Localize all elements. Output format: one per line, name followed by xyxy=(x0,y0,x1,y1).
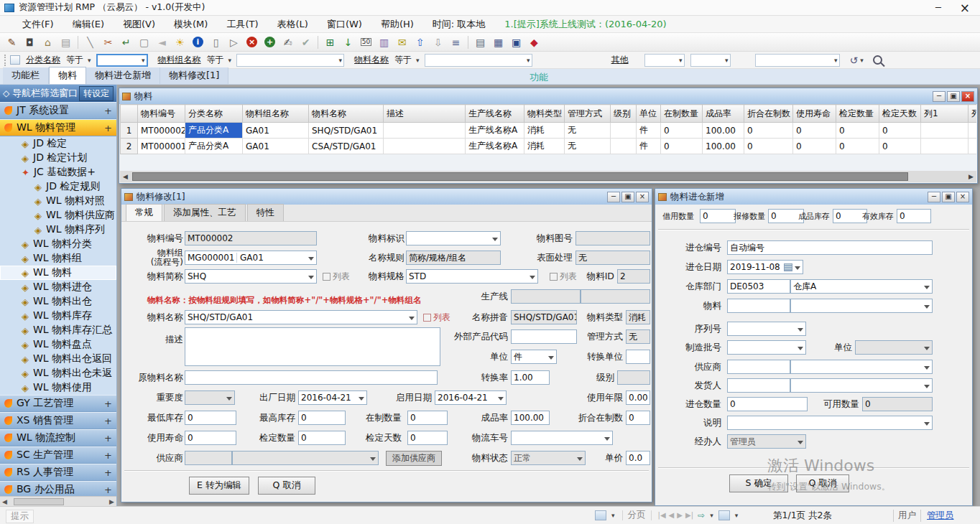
sidebar-item[interactable]: ◈WL 物料出仓 xyxy=(0,294,116,309)
sidebar-item[interactable]: ◈WL 物料出仓未返 xyxy=(0,366,116,380)
stamp-icon[interactable]: ✎ xyxy=(4,34,20,50)
max-stock-field[interactable]: 0 xyxy=(298,411,346,425)
serial-no-combo[interactable] xyxy=(727,322,806,336)
table-cell[interactable]: 消耗 xyxy=(524,123,565,139)
edit-note-icon[interactable]: ▢ xyxy=(136,34,152,50)
table-cell[interactable]: 无 xyxy=(565,123,611,139)
scroll-thumb[interactable] xyxy=(132,172,908,181)
filter-op-label[interactable]: 等于 xyxy=(394,54,412,66)
sidebar-item[interactable]: ◈WL 物料库存汇总 xyxy=(0,323,116,337)
search-icon[interactable] xyxy=(873,55,882,65)
convert-rate-field[interactable]: 1.00 xyxy=(511,370,550,385)
sidebar-item[interactable]: ◈JD 检定规则 xyxy=(0,179,116,194)
sidebar-group[interactable]: RS 人事管理+ xyxy=(0,464,116,481)
scroll-left-icon[interactable]: ◀ xyxy=(0,498,9,505)
table-cell[interactable]: 消耗 xyxy=(524,139,565,154)
import-icon[interactable]: ↓ xyxy=(340,34,356,50)
sidebar-item[interactable]: ◈WL 物料对照 xyxy=(0,194,116,208)
grid-window-titlebar[interactable]: 物料 ─ ▣ × xyxy=(119,88,977,104)
entry-qty-field[interactable]: 0 xyxy=(727,397,808,411)
to-edit-button[interactable]: E 转为编辑 xyxy=(189,477,249,495)
unit-price-field[interactable]: 0.0 xyxy=(626,451,650,465)
return-icon[interactable]: ↵ xyxy=(118,34,134,50)
sidebar-item[interactable]: ◈WL 物料组 xyxy=(0,251,116,266)
table-cell[interactable]: 100.00 xyxy=(703,139,744,154)
table-cell[interactable]: 0 xyxy=(836,123,879,139)
table-cell[interactable] xyxy=(384,139,466,154)
column-header[interactable]: 成品率 xyxy=(703,105,744,123)
mute-icon[interactable]: ◄ xyxy=(154,34,170,50)
minimize-button[interactable]: ─ xyxy=(935,1,941,15)
add-supplier-button[interactable]: 添加供应商 xyxy=(386,451,442,466)
sidebar-item[interactable]: ✦JC 基础数据+ xyxy=(0,165,116,179)
scroll-right-icon[interactable]: ▶ xyxy=(966,173,976,180)
upload-icon[interactable]: ⇧ xyxy=(412,34,428,50)
table-cell[interactable] xyxy=(384,123,466,139)
filter-field-label[interactable]: 分类名称 xyxy=(26,54,60,66)
min-stock-field[interactable]: 0 xyxy=(185,411,236,425)
column-header[interactable] xyxy=(121,105,138,123)
restore-button[interactable]: ▣ xyxy=(942,192,955,202)
check-days-field[interactable]: 0 xyxy=(407,431,448,445)
excel-export-icon[interactable]: ⊞ xyxy=(322,34,338,50)
material-status-combo[interactable]: 正常 xyxy=(511,451,586,465)
filter-op-caret-icon[interactable]: ▾ xyxy=(228,57,232,64)
scroll-left-icon[interactable]: ◀ xyxy=(120,173,131,180)
table-cell[interactable]: CSA/STD/GA01 xyxy=(309,139,384,154)
sidebar-item[interactable]: ◈WL 物料供应商 xyxy=(0,208,116,223)
table-cell[interactable] xyxy=(969,139,977,154)
view-caret-icon[interactable]: ▾ xyxy=(611,512,615,519)
table-cell[interactable]: 产品分类A xyxy=(185,139,243,154)
table-cell[interactable]: MT000001 xyxy=(138,139,185,154)
tab[interactable]: 物料 xyxy=(49,67,86,84)
tab[interactable]: 物料修改[1] xyxy=(160,67,228,84)
row-number-cell[interactable]: 1 xyxy=(121,123,138,139)
sidebar-group[interactable]: XS 销售管理+ xyxy=(0,412,116,429)
menu-item[interactable]: 工具(T) xyxy=(217,18,267,31)
restore-button[interactable]: ▣ xyxy=(621,192,634,202)
table-cell[interactable]: 100.00 xyxy=(703,123,744,139)
dialog-tab[interactable]: 特性 xyxy=(247,204,284,221)
lock-icon[interactable]: ◘ xyxy=(22,34,38,50)
menu-item[interactable]: 文件(F) xyxy=(13,18,63,31)
supplier-name-combo[interactable] xyxy=(232,451,379,465)
table-cell[interactable]: 生产线名称A xyxy=(466,123,524,139)
material-group-combo[interactable]: MG000001 GA01 xyxy=(185,251,317,265)
entry-no-field[interactable]: 自动编号 xyxy=(727,240,933,255)
filter-op-label[interactable]: 等于 xyxy=(66,54,83,66)
refresh-icon[interactable]: ↺ xyxy=(850,55,859,66)
close-button[interactable]: × xyxy=(636,192,649,202)
cancel-button[interactable]: Q 取消 xyxy=(258,477,315,495)
shipper-combo[interactable] xyxy=(790,378,933,393)
sidebar-item[interactable]: ◈WL 物料分类 xyxy=(0,237,116,251)
table-cell[interactable] xyxy=(611,139,637,154)
jump-page-icon[interactable]: ⇨ xyxy=(698,510,705,520)
material-code-field[interactable] xyxy=(727,299,790,313)
column-header[interactable]: 检定数量 xyxy=(836,105,879,123)
description-textarea[interactable] xyxy=(185,327,440,366)
sidebar-item[interactable]: ◈JD 检定 xyxy=(0,136,116,151)
filter-extra-combo[interactable]: ▾ xyxy=(755,54,840,67)
filter-picture-icon[interactable] xyxy=(10,55,20,65)
check-qty-field[interactable]: 0 xyxy=(298,431,346,445)
lifespan-field[interactable]: 0 xyxy=(185,431,236,445)
close-button[interactable]: × xyxy=(961,91,974,102)
sidebar-item[interactable]: ◈JD 检定计划 xyxy=(0,151,116,165)
column-header[interactable]: 列2 xyxy=(969,105,977,123)
sidebar-item[interactable]: ◈WL 物料使用 xyxy=(0,380,116,395)
column-header[interactable]: 物料名称 xyxy=(309,105,384,123)
filter-other-label[interactable]: 其他 xyxy=(611,54,629,66)
sidebar-group[interactable]: JT 系统设置+ xyxy=(0,102,116,119)
scroll-right-icon[interactable]: ▶ xyxy=(107,498,116,505)
column-header[interactable]: 物料组名称 xyxy=(243,105,309,123)
bulb-icon[interactable]: ☀ xyxy=(172,34,188,50)
importance-combo[interactable] xyxy=(185,390,235,405)
abbr-list-checkbox[interactable]: 列表 xyxy=(323,269,350,284)
paging-label[interactable]: 分页 xyxy=(628,509,646,521)
sidebar-item[interactable]: ◈WL 物料进仓 xyxy=(0,280,116,294)
column-header[interactable]: 物料编号 xyxy=(138,105,185,123)
list-icon[interactable]: ≡ xyxy=(448,34,464,50)
table-cell[interactable]: 生产线名称A xyxy=(466,139,524,154)
yield-field[interactable]: 100.00 xyxy=(511,411,550,425)
monitor-icon[interactable]: ▣ xyxy=(508,34,524,50)
